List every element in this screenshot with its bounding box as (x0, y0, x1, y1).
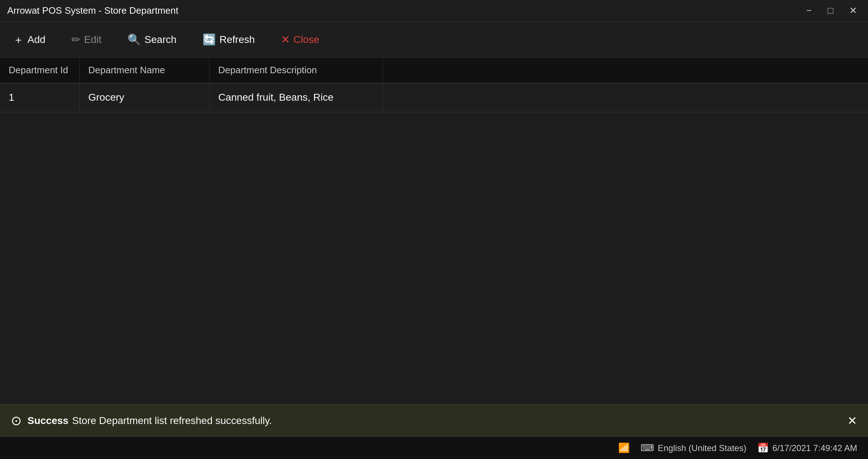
calendar-icon: 📅 (757, 442, 769, 454)
refresh-button[interactable]: 🔄 Refresh (197, 31, 261, 48)
data-table-container: Department Id Department Name Department… (0, 58, 868, 404)
status-message: Store Department list refreshed successf… (72, 415, 272, 427)
add-label: Add (27, 34, 45, 45)
table-header-row: Department Id Department Name Department… (0, 58, 868, 83)
language-icon: ⌨ (641, 442, 654, 454)
edit-label: Edit (84, 34, 101, 45)
table-row[interactable]: 1GroceryCanned fruit, Beans, Rice (0, 83, 868, 112)
taskbar: 📶 ⌨ English (United States) 📅 6/17/2021 … (0, 437, 868, 459)
cell-dept-id: 1 (0, 83, 79, 112)
status-success-icon: ⊙ (11, 413, 22, 428)
taskbar-language: ⌨ English (United States) (641, 442, 746, 454)
window-close-button[interactable]: ✕ (846, 4, 861, 18)
status-close-button[interactable]: ✕ (847, 414, 857, 428)
title-bar: Arrowat POS System - Store Department − … (0, 0, 868, 22)
toolbar: ＋ Add ✏ Edit 🔍 Search 🔄 Refresh ✕ Close (0, 22, 868, 58)
close-button[interactable]: ✕ Close (275, 31, 325, 48)
status-bar: ⊙ Success Store Department list refreshe… (0, 404, 868, 437)
cell-dept-name: Grocery (79, 83, 209, 112)
window-title: Arrowat POS System - Store Department (7, 5, 178, 16)
col-header-dept-name: Department Name (79, 58, 209, 83)
col-header-dept-desc: Department Description (209, 58, 383, 83)
status-success-label: Success (27, 415, 69, 427)
search-button[interactable]: 🔍 Search (122, 31, 182, 48)
taskbar-datetime: 📅 6/17/2021 7:49:42 AM (757, 442, 857, 454)
edit-button[interactable]: ✏ Edit (66, 31, 107, 48)
add-icon: ＋ (13, 34, 24, 45)
language-label: English (United States) (658, 443, 746, 453)
datetime-label: 6/17/2021 7:49:42 AM (772, 443, 857, 453)
window-controls: − □ ✕ (803, 4, 861, 18)
refresh-icon: 🔄 (203, 34, 216, 45)
refresh-label: Refresh (220, 34, 255, 45)
edit-icon: ✏ (71, 34, 81, 45)
search-icon: 🔍 (127, 34, 141, 45)
maximize-button[interactable]: □ (824, 4, 837, 18)
department-table: Department Id Department Name Department… (0, 58, 868, 112)
close-label: Close (294, 34, 320, 45)
close-icon: ✕ (281, 34, 290, 45)
taskbar-network: 📶 (618, 442, 630, 454)
search-label: Search (144, 34, 177, 45)
col-header-dept-id: Department Id (0, 58, 79, 83)
col-header-extra (383, 58, 868, 83)
cell-dept-desc: Canned fruit, Beans, Rice (209, 83, 383, 112)
cell-extra (383, 83, 868, 112)
network-icon: 📶 (618, 442, 630, 454)
add-button[interactable]: ＋ Add (7, 31, 51, 48)
minimize-button[interactable]: − (803, 4, 815, 18)
